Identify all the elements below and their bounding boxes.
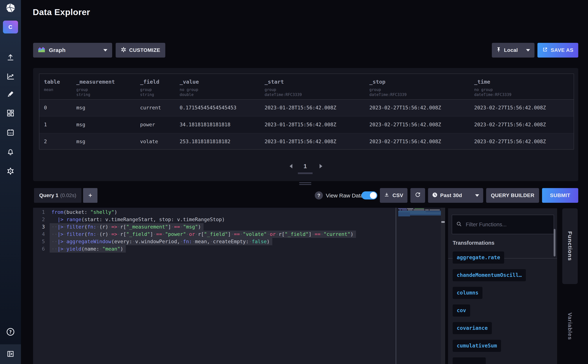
csv-label: CSV	[392, 193, 403, 198]
column-subtitle: string	[76, 92, 140, 97]
column-label: _start	[265, 74, 369, 85]
column-label: _value	[180, 74, 265, 85]
csv-download-button[interactable]: CSV	[380, 188, 407, 203]
line-number: 4	[33, 231, 50, 238]
customize-button[interactable]: CUSTOMIZE	[116, 43, 165, 58]
code-text: ··|>·filter(fn:·(r)·=>·r["_measurement"]…	[50, 223, 203, 231]
influxdb-logo-section[interactable]	[0, 0, 21, 17]
save-as-label: SAVE AS	[551, 47, 573, 53]
functions-scrollbar-handle[interactable]	[554, 229, 555, 256]
table-column-header: _timeno groupdateTime:RFC3339	[474, 74, 574, 99]
column-label: table	[44, 74, 76, 85]
query-builder-button[interactable]: QUERY BUILDER	[486, 188, 539, 203]
view-raw-data-toggle[interactable]	[361, 191, 377, 200]
gear-icon	[121, 47, 126, 54]
time-range-dropdown[interactable]: Past 30d	[428, 188, 483, 203]
table-column-header: _valueno groupdouble	[180, 74, 265, 99]
table-cell: msg	[76, 100, 140, 116]
function-search-input[interactable]	[465, 221, 549, 228]
code-text: |> range(start: v.timeRangeStart, stop: …	[50, 216, 228, 223]
function-chip[interactable]: chandeMomentumOscill…	[453, 269, 526, 281]
sidebar-item-notebooks[interactable]	[0, 90, 21, 98]
influxdb-logo-icon	[5, 3, 16, 14]
column-subtitle: group	[265, 87, 369, 92]
time-range-label: Past 30d	[440, 193, 462, 198]
function-chip[interactable]: cov	[453, 305, 470, 317]
code-text: ··|>·aggregateWindow(every:·v.windowPeri…	[50, 238, 272, 245]
function-category-label: Transformations	[453, 240, 494, 246]
editor-scrollbar-handle[interactable]	[441, 221, 445, 223]
query-tab[interactable]: Query 1 (0.02s)	[34, 188, 81, 203]
sidebar-item-tasks[interactable]	[0, 129, 21, 136]
clock-icon	[432, 192, 438, 199]
column-subtitle: mean	[44, 87, 76, 92]
code-text: ··|>·filter(fn:·(r)·=>·r["_field"]·==·"p…	[50, 231, 356, 238]
table-cell: 2023-02-27T15:56:42.008Z	[474, 100, 574, 116]
sidebar-item-settings[interactable]	[0, 167, 21, 175]
sidebar-item-data-explorer[interactable]	[0, 72, 21, 80]
sidebar-item-alerts[interactable]	[0, 148, 21, 156]
bell-icon	[7, 148, 14, 156]
code-text: from(bucket: "shelly")	[50, 208, 120, 216]
table-body: 0msgcurrent0.171545454545454532023-01-28…	[39, 100, 574, 150]
code-line: 6··|>·yield(name:·"mean")	[33, 245, 356, 253]
table-row: 2msgvolate253.18181818181822023-01-28T15…	[39, 133, 574, 150]
editor-scrollbar[interactable]	[441, 208, 445, 364]
column-subtitle: group	[140, 87, 180, 92]
line-number: 3	[33, 223, 50, 231]
sidebar-item-dashboards[interactable]	[0, 109, 21, 117]
table-cell: 2023-02-27T15:56:42.008Z	[474, 117, 574, 133]
sidebar-collapse-section[interactable]	[0, 344, 21, 364]
function-list: aggregate.ratechandeMomentumOscill…colum…	[453, 252, 526, 364]
column-subtitle: no group	[474, 87, 574, 92]
function-chip[interactable]: covariance	[453, 322, 492, 334]
column-label: _field	[140, 74, 180, 85]
function-search-box[interactable]	[452, 215, 554, 234]
pin-icon	[496, 47, 501, 54]
function-chip[interactable]	[453, 358, 486, 364]
tab-functions[interactable]: Functions	[562, 208, 578, 284]
table-cell: 0.17154545454545453	[180, 100, 265, 116]
view-type-dropdown[interactable]: Graph	[33, 43, 112, 58]
function-chip[interactable]: cumulativeSum	[453, 340, 501, 352]
tab-variables[interactable]: Variables	[562, 303, 578, 349]
panel-resize-handle[interactable]	[299, 182, 311, 185]
table-cell: 2	[44, 133, 76, 150]
sidebar-item-upload[interactable]	[0, 53, 21, 62]
account-avatar[interactable]: C	[3, 21, 18, 33]
save-as-button[interactable]: SAVE AS	[537, 43, 578, 58]
raw-data-help-icon[interactable]: ?	[315, 191, 323, 200]
submit-button[interactable]: SUBMIT	[542, 188, 578, 203]
editor-minimap[interactable]	[398, 208, 441, 364]
function-chip[interactable]: columns	[453, 287, 483, 299]
table-cell: 2023-02-27T15:56:42.008Z	[474, 133, 574, 150]
query-tab-duration: (0.02s)	[60, 193, 76, 198]
column-subtitle: dateTime:RFC3339	[369, 92, 474, 97]
code-line: 2 |> range(start: v.timeRangeStart, stop…	[33, 216, 356, 223]
query-builder-label: QUERY BUILDER	[491, 193, 535, 198]
table-cell: current	[140, 100, 180, 116]
table-cell: msg	[76, 117, 140, 133]
column-label: _measurement	[76, 74, 140, 85]
flux-code-editor[interactable]: 1from(bucket: "shelly")2 |> range(start:…	[33, 208, 445, 364]
table-cell: 253.1818181818182	[180, 133, 265, 150]
refresh-button[interactable]	[410, 188, 425, 203]
table-cell: 2023-02-27T15:56:42.008Z	[369, 133, 474, 150]
column-subtitle: group	[369, 87, 474, 92]
scope-label: Local	[504, 47, 518, 53]
code-line: 1from(bucket: "shelly")	[33, 208, 356, 216]
add-query-button[interactable]: +	[83, 188, 98, 203]
pagination-prev-button[interactable]	[290, 164, 292, 168]
column-subtitle: group	[76, 87, 140, 92]
line-number: 1	[33, 208, 50, 216]
sidebar-item-help[interactable]: ?	[0, 327, 21, 336]
function-chip[interactable]: aggregate.rate	[453, 252, 504, 264]
export-icon	[542, 47, 548, 54]
table-cell: 2023-02-27T15:56:42.008Z	[369, 117, 474, 133]
table-cell: 2023-01-28T15:56:42.008Z	[265, 117, 369, 133]
scope-dropdown[interactable]: Local	[492, 43, 535, 58]
pagination-next-button[interactable]	[320, 164, 322, 168]
pagination-current-page[interactable]: 1	[298, 163, 313, 170]
search-icon	[456, 221, 462, 228]
view-type-label: Graph	[49, 47, 66, 53]
